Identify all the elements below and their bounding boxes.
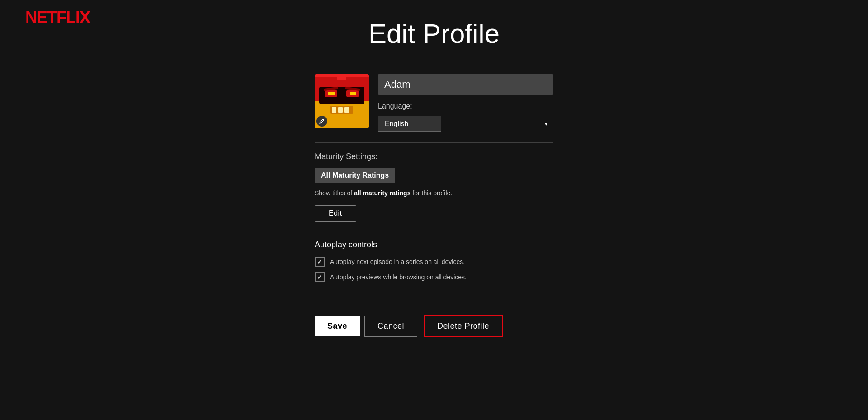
svg-rect-10 bbox=[332, 107, 336, 113]
avatar-edit-icon[interactable] bbox=[316, 116, 327, 127]
svg-rect-6 bbox=[350, 92, 356, 95]
profile-name-input[interactable] bbox=[378, 74, 553, 95]
netflix-logo: NETFLIX bbox=[25, 8, 90, 27]
profile-inputs: Language: English Spanish French German … bbox=[378, 74, 553, 132]
language-label: Language: bbox=[378, 102, 553, 110]
svg-rect-12 bbox=[344, 107, 349, 113]
svg-rect-11 bbox=[338, 107, 343, 113]
autoplay-previews-checkbox[interactable] bbox=[315, 272, 325, 282]
language-select[interactable]: English Spanish French German Portuguese bbox=[378, 116, 441, 132]
profile-section: Language: English Spanish French German … bbox=[315, 74, 553, 132]
autoplay-section: Autoplay controls Autoplay next episode … bbox=[315, 231, 553, 297]
maturity-badge: All Maturity Ratings bbox=[315, 168, 395, 183]
autoplay-previews-label: Autoplay previews while browsing on all … bbox=[330, 274, 467, 281]
autoplay-previews-item: Autoplay previews while browsing on all … bbox=[315, 272, 553, 282]
language-select-wrapper: English Spanish French German Portuguese… bbox=[378, 116, 553, 132]
page-title: Edit Profile bbox=[368, 18, 500, 49]
svg-rect-5 bbox=[328, 92, 335, 95]
autoplay-next-checkbox[interactable] bbox=[315, 257, 325, 267]
maturity-settings-section: Maturity Settings: All Maturity Ratings … bbox=[315, 142, 553, 231]
action-buttons: Save Cancel Delete Profile bbox=[315, 306, 553, 346]
svg-rect-14 bbox=[337, 74, 346, 80]
avatar-container[interactable] bbox=[315, 74, 369, 128]
cancel-button[interactable]: Cancel bbox=[364, 316, 417, 337]
autoplay-next-label: Autoplay next episode in a series on all… bbox=[330, 258, 465, 265]
delete-profile-button[interactable]: Delete Profile bbox=[424, 315, 503, 337]
maturity-edit-button[interactable]: Edit bbox=[315, 205, 356, 222]
top-divider bbox=[315, 63, 553, 63]
save-button[interactable]: Save bbox=[315, 316, 360, 336]
maturity-description: Show titles of all maturity ratings for … bbox=[315, 189, 553, 198]
autoplay-title: Autoplay controls bbox=[315, 240, 553, 250]
main-container: Edit Profile bbox=[0, 0, 868, 420]
autoplay-next-item: Autoplay next episode in a series on all… bbox=[315, 257, 553, 267]
maturity-settings-title: Maturity Settings: bbox=[315, 152, 553, 161]
language-select-arrow-icon: ▼ bbox=[543, 121, 549, 127]
